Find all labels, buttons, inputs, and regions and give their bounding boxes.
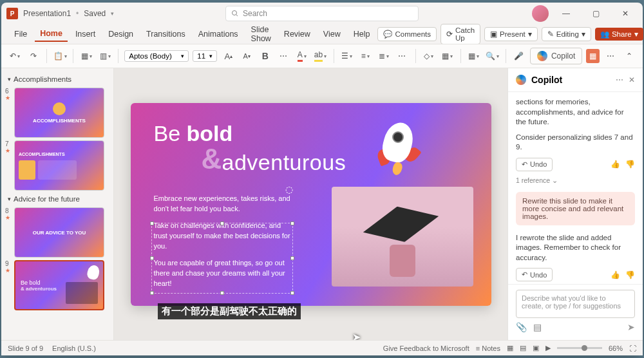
decrease-font-icon[interactable]: A▾	[240, 48, 254, 64]
copilot-response: sections for memories, accomplishments, …	[516, 97, 635, 127]
redo-button[interactable]: ↷	[26, 48, 41, 64]
video-subtitle-overlay: 有一个部分是副驾驶不太正确的	[158, 303, 301, 319]
sorter-view-icon[interactable]: ▤	[520, 344, 526, 352]
thumbs-down-icon[interactable]: 👎	[625, 270, 635, 279]
minimize-button[interactable]: ―	[554, 5, 578, 23]
tab-slideshow[interactable]: Slide Show	[246, 23, 276, 46]
slideshow-view-icon[interactable]: ▶	[545, 344, 551, 352]
close-button[interactable]: ✕	[613, 5, 638, 23]
copilot-panel-title: Copilot	[531, 75, 611, 85]
copilot-response: Consider personalizing slides 7 and 9.	[516, 133, 635, 153]
attach-icon[interactable]: 📎	[516, 322, 527, 332]
new-slide-button[interactable]: ▦	[79, 48, 94, 64]
designer-button[interactable]: ▦	[466, 48, 481, 64]
tab-home[interactable]: Home	[35, 26, 68, 42]
thumbs-down-icon[interactable]: 👎	[625, 160, 635, 169]
dictate-button[interactable]: 🎤	[511, 48, 526, 64]
slide-canvas-area[interactable]: Be bold & adventurous ◌ Embrace new expe…	[114, 68, 507, 340]
search-box[interactable]: Search	[225, 6, 419, 21]
send-icon[interactable]: ➤	[627, 322, 635, 332]
more-commands-button[interactable]: ⋯	[603, 48, 618, 64]
tab-view[interactable]: View	[318, 27, 346, 41]
save-state[interactable]: Saved	[84, 9, 106, 18]
more-font-button[interactable]: ⋯	[276, 48, 291, 64]
present-button[interactable]: ▣ Present ▾	[484, 27, 538, 41]
svg-line-1	[236, 15, 238, 17]
comments-button[interactable]: 💬 Comments	[377, 27, 437, 41]
text-selection-box[interactable]	[151, 223, 293, 294]
tab-design[interactable]: Design	[103, 27, 138, 41]
bullets-button[interactable]: ☰	[340, 48, 355, 64]
powerpoint-icon: P	[6, 8, 18, 19]
highlight-button[interactable]: ab	[313, 48, 328, 64]
fit-to-window-icon[interactable]: ⛶	[629, 344, 636, 352]
increase-font-icon[interactable]: A▴	[221, 48, 236, 64]
home-toolbar: ↶ ↷ 📋 ▦ ▥ Aptos (Body)▾ 11▾ A▴ A▾ B ⋯ A …	[1, 44, 643, 68]
bold-button[interactable]: B	[258, 48, 273, 64]
current-slide[interactable]: Be bold & adventurous ◌ Embrace new expe…	[131, 103, 491, 306]
copilot-user-message: Rewrite this slide to make it more conci…	[516, 192, 635, 225]
catchup-button[interactable]: ⟳ Catch Up	[440, 24, 480, 44]
ribbon-tabs: File Home Insert Design Transitions Anim…	[1, 24, 643, 44]
user-avatar[interactable]	[532, 5, 549, 22]
thumbs-up-icon[interactable]: 👍	[611, 270, 620, 279]
copilot-prompt-input[interactable]: Describe what you'd like to create, or t…	[516, 290, 635, 318]
slide-thumbnail-8[interactable]: OUR ADVICE TO YOU	[14, 207, 104, 258]
numbering-button[interactable]: ≡	[358, 48, 373, 64]
graduation-photo[interactable]	[332, 187, 473, 287]
share-button[interactable]: 👥 Share ▾	[595, 28, 643, 41]
align-button[interactable]: ≣	[377, 48, 392, 64]
tab-review[interactable]: Review	[279, 27, 316, 41]
more-para-button[interactable]: ⋯	[395, 48, 410, 64]
tab-animations[interactable]: Animations	[193, 27, 243, 41]
copilot-more-icon[interactable]: ⋯	[616, 75, 623, 84]
tab-file[interactable]: File	[9, 27, 32, 41]
collapse-ribbon-button[interactable]: ⌃	[622, 48, 637, 64]
slide-thumbnail-6[interactable]: ACCOMPLISHMENTS	[14, 88, 104, 138]
zoom-slider[interactable]	[557, 347, 602, 349]
slide-subtitle[interactable]: adventurous	[222, 150, 346, 175]
layout-button[interactable]: ▥	[98, 48, 113, 64]
animation-icon: ★	[5, 214, 12, 221]
thumbs-up-icon[interactable]: 👍	[611, 160, 620, 169]
reading-view-icon[interactable]: ▣	[533, 344, 539, 352]
language-indicator[interactable]: English (U.S.)	[52, 344, 96, 352]
section-header[interactable]: Accomplishments	[5, 73, 109, 85]
slide-thumbnail-7[interactable]: ACCOMPLISHMENTS	[14, 140, 104, 191]
normal-view-icon[interactable]: ▦	[507, 344, 513, 352]
zoom-level[interactable]: 66%	[609, 344, 623, 352]
font-color-button[interactable]: A	[295, 48, 310, 64]
app-window: P Presentation1 • Saved ▾ Search ― ▢ ✕ F…	[1, 3, 643, 355]
shapes-button[interactable]: ◇	[422, 48, 437, 64]
copilot-undo-button[interactable]: ↶ Undo	[516, 158, 553, 171]
prompt-library-icon[interactable]: ▤	[533, 322, 542, 332]
font-family-select[interactable]: Aptos (Body)▾	[124, 50, 189, 62]
tab-insert[interactable]: Insert	[70, 27, 100, 41]
copilot-icon	[516, 75, 526, 85]
svg-point-0	[232, 11, 237, 15]
copilot-reference-link[interactable]: 1 reference ⌄	[516, 176, 635, 184]
slide-title[interactable]: Be bold	[154, 122, 468, 146]
arrange-button[interactable]: ▦	[440, 48, 455, 64]
maximize-button[interactable]: ▢	[583, 5, 608, 23]
notes-button[interactable]: ≡ Notes	[476, 344, 500, 352]
slide-counter[interactable]: Slide 9 of 9	[8, 344, 43, 352]
copilot-button[interactable]: Copilot	[530, 48, 582, 64]
copilot-undo-button[interactable]: ↶ Undo	[516, 268, 553, 281]
section-header[interactable]: Advice for the future	[5, 193, 109, 205]
tab-help[interactable]: Help	[348, 27, 375, 41]
feedback-link[interactable]: Give Feedback to Microsoft	[383, 344, 469, 352]
rocket-image[interactable]	[375, 122, 421, 180]
mouse-cursor-icon: ➤	[352, 331, 361, 340]
paste-button[interactable]: 📋	[53, 48, 68, 64]
find-button[interactable]: 🔍	[485, 48, 500, 64]
undo-button[interactable]: ↶	[8, 48, 23, 64]
addin-button[interactable]: ▦	[586, 49, 600, 63]
slide-thumbnail-panel: Accomplishments 6★ ACCOMPLISHMENTS 7★ AC…	[1, 68, 114, 340]
tab-transitions[interactable]: Transitions	[141, 27, 191, 41]
editing-button[interactable]: ✎ Editing ▾	[542, 27, 591, 41]
slide-thumbnail-9[interactable]: Be bold & adventurous	[14, 260, 104, 310]
doc-name[interactable]: Presentation1	[23, 9, 71, 18]
copilot-close-icon[interactable]: ✕	[629, 75, 635, 84]
font-size-select[interactable]: 11▾	[193, 50, 217, 62]
